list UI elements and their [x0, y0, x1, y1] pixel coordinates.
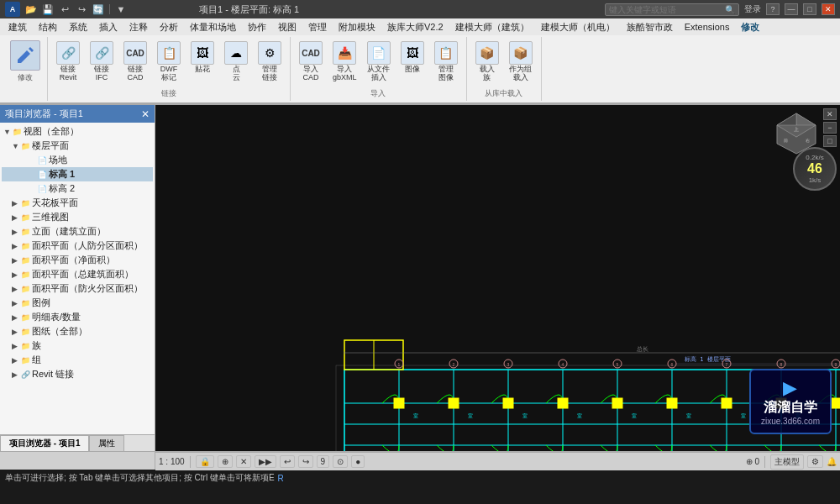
status-dot-btn[interactable]: ● — [351, 455, 365, 468]
load-family-btn[interactable]: 📦 载入族 — [472, 39, 502, 85]
tree-item-groups[interactable]: ▶ 📁 组 — [2, 353, 153, 367]
expander-revit-links[interactable]: ▶ — [12, 370, 20, 379]
menu-build[interactable]: 建筑 — [3, 19, 32, 35]
open-btn[interactable]: 📂 — [24, 3, 39, 16]
menu-manage[interactable]: 管理 — [303, 19, 332, 35]
insert-file-btn[interactable]: 📄 从文件插入 — [364, 39, 394, 85]
expander-area3[interactable]: ▶ — [12, 270, 20, 279]
sync-btn[interactable]: 🔄 — [91, 3, 106, 16]
expander-families[interactable]: ▶ — [12, 342, 20, 350]
tree-icon-legend: 📁 — [21, 299, 30, 307]
point-cloud-btn[interactable]: ☁ 点云 — [221, 39, 251, 85]
tree-item-area1[interactable]: ▶ 📁 面积平面（人防分区面积） — [2, 239, 153, 253]
undo-btn[interactable]: ↩ — [57, 3, 72, 16]
expander-groups[interactable]: ▶ — [12, 356, 20, 365]
manage-images-btn[interactable]: 📋 管理图像 — [431, 39, 461, 85]
dwf-btn[interactable]: 📋 DWF标记 — [154, 39, 184, 85]
tree-item-site[interactable]: 📄 场地 — [2, 153, 153, 167]
viewport-min-btn[interactable]: − — [823, 122, 837, 134]
search-input[interactable] — [609, 5, 725, 14]
link-ifc-btn[interactable]: 🔗 链接IFC — [87, 39, 117, 85]
expander-legend[interactable]: ▶ — [12, 299, 20, 307]
menu-ext[interactable]: Extensions — [680, 20, 735, 34]
minimize-btn[interactable]: — — [785, 3, 798, 15]
status-circle-btn[interactable]: ⊙ — [333, 455, 348, 468]
expander-3d[interactable]: ▶ — [12, 213, 20, 222]
tree-item-area2[interactable]: ▶ 📁 面积平面（净面积） — [2, 253, 153, 267]
status-num-btn[interactable]: 9 — [317, 455, 330, 468]
tree-item-ceiling[interactable]: ▶ 📁 天花板平面 — [2, 196, 153, 210]
menu-analysis[interactable]: 分析 — [155, 19, 183, 35]
tree-item-floor[interactable]: ▼ 📁 楼层平面 — [2, 139, 153, 153]
tree-item-floor1[interactable]: 📄 标高 1 — [2, 167, 153, 181]
modify-big-btn[interactable] — [10, 40, 40, 71]
maximize-btn[interactable]: □ — [803, 3, 816, 15]
tree-item-revit-links[interactable]: ▶ 🔗 Revit 链接 — [2, 367, 153, 381]
more-btn[interactable]: ▼ — [113, 3, 129, 16]
tab-properties[interactable]: 属性 — [89, 435, 124, 451]
viewport-max-btn[interactable]: □ — [823, 135, 837, 147]
import-cad-btn[interactable]: CAD 导入CAD — [296, 39, 326, 85]
viewport-close-btn[interactable]: ✕ — [823, 108, 837, 120]
load-group-btn[interactable]: 📦 作为组载入 — [506, 39, 536, 85]
tree-item-sheets[interactable]: ▶ 📁 图纸（全部） — [2, 324, 153, 339]
expander-area2[interactable]: ▶ — [12, 256, 20, 265]
menu-collab[interactable]: 协作 — [243, 19, 271, 35]
status-undo-btn[interactable]: ↩ — [280, 455, 295, 468]
menu-struct[interactable]: 结构 — [34, 19, 62, 35]
tree-label-site: 场地 — [49, 154, 67, 166]
help-btn[interactable]: ? — [766, 3, 780, 15]
image-btn[interactable]: 🖼 图像 — [397, 39, 428, 76]
menu-mass[interactable]: 体量和场地 — [185, 19, 241, 35]
status-cut-btn[interactable]: ✕ — [236, 455, 251, 468]
link-cad-btn[interactable]: CAD 链接CAD — [120, 39, 150, 85]
tree-icon-floor1: 📄 — [38, 171, 47, 179]
tab-project-browser[interactable]: 项目浏览器 - 项目1 — [0, 435, 89, 451]
expander-views[interactable]: ▼ — [3, 128, 12, 136]
viewcube[interactable]: 上 右 前 — [774, 110, 820, 156]
redo-btn[interactable]: ↪ — [74, 3, 89, 16]
tree-item-legend[interactable]: ▶ 📁 图例 — [2, 296, 153, 310]
expander-ceiling[interactable]: ▶ — [12, 199, 20, 207]
save-btn[interactable]: 💾 — [40, 3, 55, 16]
status-lock-btn[interactable]: 🔒 — [196, 455, 214, 468]
import-gbxml-btn[interactable]: 📥 导入gbXML — [329, 39, 360, 85]
close-btn[interactable]: ✕ — [822, 3, 835, 15]
menu-lib[interactable]: 族库大师V2.2 — [382, 19, 449, 35]
status-crop-btn[interactable]: ⊕ — [218, 455, 233, 468]
tree-item-area4[interactable]: ▶ 📁 面积平面（防火分区面积） — [2, 281, 153, 296]
menu-insert[interactable]: 插入 — [94, 19, 123, 35]
tree-item-schedule[interactable]: ▶ 📁 明细表/数量 — [2, 310, 153, 324]
expander-elev[interactable]: ▶ — [12, 228, 20, 236]
tree-item-elev[interactable]: ▶ 📁 立面（建筑立面） — [2, 224, 153, 239]
pb-close-btn[interactable]: ✕ — [141, 108, 150, 120]
menu-view[interactable]: 视图 — [273, 19, 302, 35]
tree-item-3d[interactable]: ▶ 📁 三维视图 — [2, 210, 153, 224]
menu-arch[interactable]: 建模大师（建筑） — [450, 19, 534, 35]
status-settings-btn[interactable]: ⚙ — [807, 455, 823, 468]
model-label-btn[interactable]: 主模型 — [770, 454, 804, 470]
menu-mep[interactable]: 建模大师（机电） — [536, 19, 620, 35]
status-redo-btn[interactable]: ↪ — [298, 455, 313, 468]
expander-sheets[interactable]: ▶ — [12, 328, 20, 336]
canvas-area[interactable]: ✕ − □ 0.2k/s 46 1k/s 上 右 前 — [155, 105, 840, 451]
expander-floor[interactable]: ▼ — [12, 142, 20, 150]
manage-links-btn[interactable]: ⚙ 管理链接 — [255, 39, 285, 85]
expander-area4[interactable]: ▶ — [12, 285, 20, 293]
menu-system[interactable]: 系统 — [64, 19, 92, 35]
expander-schedule[interactable]: ▶ — [12, 313, 20, 322]
expander-area1[interactable]: ▶ — [12, 242, 20, 250]
menu-note[interactable]: 注释 — [124, 19, 153, 35]
tree-item-area3[interactable]: ▶ 📁 面积平面（总建筑面积） — [2, 267, 153, 281]
tree-label-area1: 面积平面（人防分区面积） — [32, 239, 143, 252]
menu-city[interactable]: 族酷智市政 — [622, 19, 678, 35]
link-revit-btn[interactable]: 🔗 链接Revit — [53, 39, 83, 85]
decal-btn[interactable]: 🖼 贴花 — [187, 39, 218, 76]
status-play-btn[interactable]: ▶▶ — [255, 455, 276, 468]
tree-item-floor2[interactable]: 📄 标高 2 — [2, 181, 153, 196]
user-area[interactable]: 登录 — [744, 3, 761, 15]
menu-addons[interactable]: 附加模块 — [333, 19, 381, 35]
tree-item-views[interactable]: ▼ 📁 视图（全部） — [2, 124, 153, 139]
tree-item-families[interactable]: ▶ 📁 族 — [2, 339, 153, 353]
menu-modify[interactable]: 修改 — [736, 19, 764, 35]
